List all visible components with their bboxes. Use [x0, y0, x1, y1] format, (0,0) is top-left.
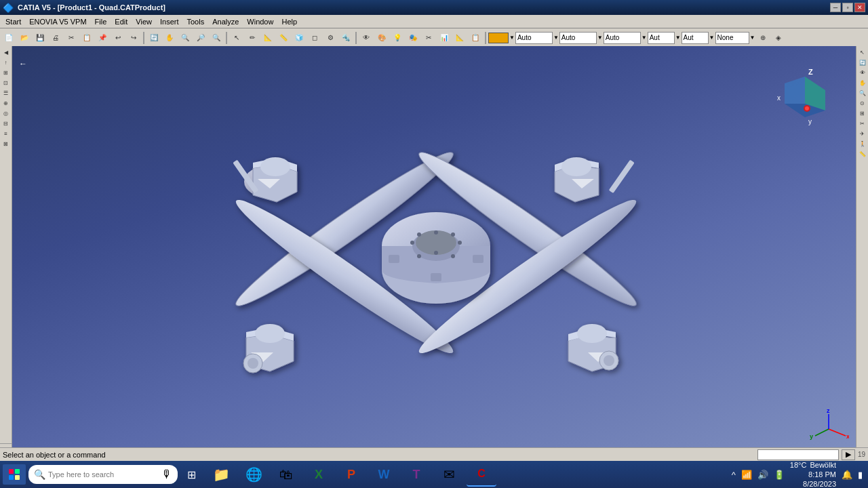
left-btn-4[interactable]: ⊡: [1, 78, 11, 87]
tb-3d[interactable]: 🧊: [292, 30, 307, 45]
left-btn-2[interactable]: ↑: [1, 58, 11, 67]
taskbar-edge[interactable]: 🌐: [239, 462, 269, 487]
graphic-dropdown-2[interactable]: Auto: [559, 32, 597, 44]
dd6-arrow[interactable]: ▼: [750, 35, 755, 41]
right-btn-section[interactable]: ✂: [858, 119, 867, 128]
graphic-dropdown-1[interactable]: Auto: [515, 32, 553, 44]
tb-redo[interactable]: ↪: [126, 30, 141, 45]
right-btn-view[interactable]: 👁: [858, 68, 867, 77]
viewport[interactable]: ← Z x y x y: [12, 46, 856, 464]
taskbar-catia[interactable]: C: [467, 462, 496, 487]
minimize-button[interactable]: ─: [830, 3, 841, 12]
window-controls[interactable]: ─ ▫ ✕: [830, 3, 865, 12]
taskbar-word[interactable]: W: [369, 462, 399, 487]
right-btn-zoom[interactable]: 🔍: [858, 88, 867, 98]
close-button[interactable]: ✕: [854, 3, 865, 12]
tb-rotate[interactable]: 🔄: [146, 30, 161, 45]
tb-select[interactable]: ↖: [229, 30, 244, 45]
left-btn-5[interactable]: ☰: [1, 88, 11, 98]
volume-icon[interactable]: 🔊: [757, 470, 768, 480]
taskbar-teams[interactable]: T: [401, 462, 431, 487]
tb-cut[interactable]: ✂: [64, 30, 79, 45]
right-btn-fly[interactable]: ✈: [858, 129, 867, 138]
dd1-arrow[interactable]: ▼: [553, 35, 559, 41]
tb-paste[interactable]: 📌: [95, 30, 110, 45]
menu-window[interactable]: Window: [243, 17, 277, 26]
tb-sketch[interactable]: ✏: [245, 30, 260, 45]
menu-start[interactable]: Start: [1, 17, 25, 26]
tb-analysis[interactable]: 📊: [437, 30, 452, 45]
network-icon[interactable]: 📶: [741, 470, 752, 480]
tb-surface[interactable]: ◻: [307, 30, 322, 45]
left-btn-10[interactable]: ⊠: [1, 139, 11, 148]
tb-print[interactable]: 🖨: [48, 30, 63, 45]
tb-hide-show[interactable]: 👁: [359, 30, 374, 45]
right-btn-fit[interactable]: ⊞: [858, 108, 867, 118]
left-btn-9[interactable]: ≡: [1, 129, 11, 138]
left-btn-3[interactable]: ⊞: [1, 68, 11, 77]
clock[interactable]: 18°C Bewölkt 8:18 PM 8/28/2023: [790, 460, 836, 488]
dd4-arrow[interactable]: ▼: [675, 35, 681, 41]
graphic-dropdown-3[interactable]: Auto: [604, 32, 641, 44]
battery-icon[interactable]: 🔋: [774, 470, 785, 480]
color-dropdown-arrow[interactable]: ▼: [509, 35, 515, 41]
tb-zoom-in[interactable]: 🔎: [193, 30, 208, 45]
tb-lighting[interactable]: 💡: [390, 30, 405, 45]
graphic-dropdown-4[interactable]: Aut: [648, 32, 675, 44]
taskbar-store[interactable]: 🛍: [271, 462, 301, 487]
graphic-dropdown-5[interactable]: Aut: [682, 32, 709, 44]
right-btn-cursor[interactable]: ↖: [858, 47, 867, 57]
dd3-arrow[interactable]: ▼: [642, 35, 647, 41]
tb-assembly[interactable]: ⚙: [323, 30, 338, 45]
restore-button[interactable]: ▫: [842, 3, 853, 12]
tb-undo[interactable]: ↩: [111, 30, 125, 45]
tb-dmv2[interactable]: 📋: [468, 30, 483, 45]
right-btn-rotate3d[interactable]: 🔄: [858, 58, 867, 67]
menu-insert[interactable]: Insert: [156, 17, 183, 26]
command-input[interactable]: [757, 449, 839, 460]
tb-extra-2[interactable]: ◈: [771, 30, 786, 45]
tb-copy[interactable]: 📋: [79, 30, 94, 45]
taskbar-excel[interactable]: X: [304, 462, 334, 487]
left-btn-8[interactable]: ⊟: [1, 119, 11, 128]
left-btn-1[interactable]: ◀: [1, 47, 11, 57]
taskbar-file-explorer[interactable]: 📁: [206, 462, 236, 487]
right-btn-measure[interactable]: 📏: [858, 149, 867, 159]
menu-enovia[interactable]: ENOVIA V5 VPM: [25, 17, 90, 26]
menu-tools[interactable]: Tools: [182, 17, 208, 26]
taskbar-mail[interactable]: ✉: [434, 462, 464, 487]
tb-new[interactable]: 📄: [1, 30, 16, 45]
tb-part[interactable]: 🔩: [338, 30, 353, 45]
menu-help[interactable]: Help: [277, 17, 301, 26]
tb-material[interactable]: 🎭: [406, 30, 420, 45]
right-btn-normal[interactable]: ⊙: [858, 98, 867, 108]
tb-constraint[interactable]: 📐: [260, 30, 275, 45]
graphic-dropdown-6[interactable]: None: [715, 32, 749, 44]
tb-zoom-fit[interactable]: 🔍: [178, 30, 193, 45]
search-box[interactable]: 🔍 🎙: [28, 465, 178, 484]
start-button[interactable]: [3, 464, 26, 485]
tb-section[interactable]: ✂: [421, 30, 436, 45]
tb-extra-1[interactable]: ⊕: [755, 30, 770, 45]
right-btn-walk[interactable]: 🚶: [858, 139, 867, 148]
tb-pan[interactable]: ✋: [162, 30, 177, 45]
menu-file[interactable]: File: [91, 17, 111, 26]
task-view-btn[interactable]: ⊞: [179, 462, 203, 487]
right-btn-pan[interactable]: ✋: [858, 78, 867, 87]
menu-analyze[interactable]: Analyze: [208, 17, 243, 26]
taskbar-powerpoint[interactable]: P: [336, 462, 366, 487]
left-btn-7[interactable]: ◎: [1, 108, 11, 118]
menu-edit[interactable]: Edit: [111, 17, 132, 26]
menu-view[interactable]: View: [132, 17, 156, 26]
chevron-icon[interactable]: ^: [732, 470, 736, 480]
tb-measure[interactable]: 📏: [276, 30, 291, 45]
tb-dmv[interactable]: 📐: [452, 30, 467, 45]
status-expand-btn[interactable]: ▶: [842, 449, 855, 460]
color-picker[interactable]: [488, 33, 509, 43]
tb-render[interactable]: 🎨: [374, 30, 389, 45]
tb-save[interactable]: 💾: [33, 30, 47, 45]
dd2-arrow[interactable]: ▼: [597, 35, 603, 41]
tb-open[interactable]: 📂: [17, 30, 32, 45]
show-desktop-icon[interactable]: ▮: [858, 470, 863, 480]
notification-icon[interactable]: 🔔: [842, 470, 852, 480]
